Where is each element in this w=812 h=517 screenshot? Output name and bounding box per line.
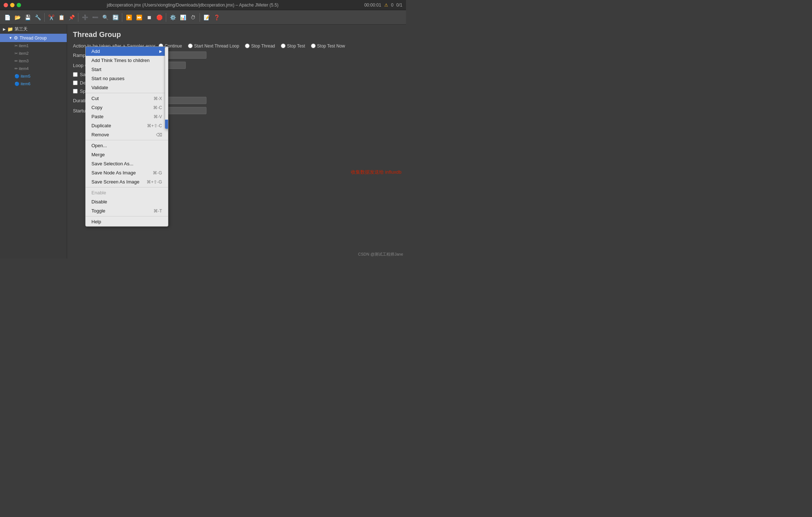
- list-icon[interactable]: 📝: [202, 13, 211, 22]
- open-icon[interactable]: 📂: [13, 13, 22, 22]
- expand-icon[interactable]: ➕: [81, 13, 89, 22]
- menu-duplicate[interactable]: Duplicate ⌘+⇧-C: [86, 121, 168, 130]
- menu-enable: Enable: [86, 188, 168, 197]
- reset-icon[interactable]: 🔄: [111, 13, 120, 22]
- help-icon[interactable]: 🔧: [33, 13, 42, 22]
- titlebar-right: 00:00:01 ⚠ 0 0/1: [364, 3, 402, 8]
- separator-4: [86, 216, 168, 216]
- window-controls[interactable]: [4, 3, 21, 7]
- menu-add-think-times[interactable]: Add Think Times to children: [86, 56, 168, 65]
- separator4: [166, 13, 166, 22]
- add-submenu: Sampler ▶ Logic Controller ▶ Pre Process…: [165, 47, 168, 129]
- collapse-icon[interactable]: ➖: [91, 13, 99, 22]
- annotation-text: 收集数据发送给 influxdb: [351, 169, 401, 175]
- save-icon[interactable]: 💾: [23, 13, 32, 22]
- context-menu: Add ▶ Add Think Times to children Start …: [85, 46, 168, 227]
- menu-help[interactable]: Help: [86, 217, 168, 226]
- run-icon[interactable]: ▶️: [124, 13, 133, 22]
- menu-open[interactable]: Open...: [86, 141, 168, 150]
- footer: CSDN @测试工程师Jane: [358, 252, 403, 257]
- radio-stop-test-now[interactable]: Stop Test Now: [311, 44, 345, 49]
- submenu-assertions[interactable]: Assertions ▶: [165, 83, 168, 92]
- menu-save-selection[interactable]: Save Selection As...: [86, 159, 168, 168]
- gear-icon: ⚙: [14, 35, 18, 41]
- tree-item-3[interactable]: ✏ item3: [0, 57, 67, 65]
- separator2: [78, 13, 78, 22]
- tree-item-1[interactable]: ✂ item1: [0, 42, 67, 50]
- menu-save-node-image[interactable]: Save Node As Image ⌘-G: [86, 168, 168, 177]
- graph-icon[interactable]: 📊: [179, 13, 187, 22]
- separator: [44, 13, 45, 22]
- menu-copy[interactable]: Copy ⌘-C: [86, 103, 168, 112]
- submenu-config-element[interactable]: Config Element ▶: [165, 111, 168, 120]
- warning-icon: ⚠: [384, 3, 388, 8]
- cut-icon[interactable]: ✂️: [47, 13, 56, 22]
- radio-next-thread-loop[interactable]: Start Next Thread Loop: [188, 44, 239, 49]
- separator5: [200, 13, 200, 22]
- submenu-post-processors[interactable]: Post Processors ▶: [165, 74, 168, 83]
- error-count: 0: [391, 3, 394, 8]
- submenu-logic-controller[interactable]: Logic Controller ▶: [165, 56, 168, 65]
- menu-add[interactable]: Add ▶: [86, 47, 168, 56]
- thread-group-label: Thread Group: [20, 36, 47, 41]
- submenu-timer[interactable]: Timer ▶: [165, 92, 168, 102]
- panel-title: Thread Group: [73, 30, 400, 39]
- right-panel: Thread Group Action to be taken after a …: [67, 25, 406, 258]
- separator-1: [86, 93, 168, 93]
- menu-merge[interactable]: Merge: [86, 150, 168, 159]
- separator-2: [86, 140, 168, 140]
- menu-toggle[interactable]: Toggle ⌘-T: [86, 206, 168, 215]
- separator-3: [86, 187, 168, 187]
- window-title: jdbcoperation.jmx (/Users/xiongting/Down…: [21, 3, 364, 8]
- menu-start-no-pauses[interactable]: Start no pauses: [86, 74, 168, 83]
- timer-display: 00:00:01: [364, 3, 381, 8]
- browse-icon[interactable]: 🔍: [101, 13, 110, 22]
- left-panel: ▶ 📁 第三天 ▼ ⚙ Thread Group ✂ item1 ✂ item2…: [0, 25, 67, 258]
- tree-item-2[interactable]: ✂ item2: [0, 50, 67, 57]
- specify-thread-checkbox[interactable]: [73, 89, 78, 94]
- delay-thread-checkbox[interactable]: [73, 80, 78, 85]
- titlebar: jdbcoperation.jmx (/Users/xiongting/Down…: [0, 0, 406, 10]
- thread-count: 0/1: [396, 3, 402, 8]
- tree-item-root[interactable]: ▶ 📁 第三天: [0, 25, 67, 34]
- radio-stop-test[interactable]: Stop Test: [281, 44, 305, 49]
- tree-arrow2: ▼: [9, 36, 12, 40]
- main-container: ▶ 📁 第三天 ▼ ⚙ Thread Group ✂ item1 ✂ item2…: [0, 25, 406, 258]
- separator3: [122, 13, 122, 22]
- submenu-pre-processors[interactable]: Pre Processors ▶: [165, 65, 168, 74]
- submenu-test-fragment[interactable]: Test Fragment ▶: [165, 102, 168, 111]
- submenu-sampler[interactable]: Sampler ▶: [165, 47, 168, 56]
- toolbar: 📄 📂 💾 🔧 ✂️ 📋 📌 ➕ ➖ 🔍 🔄 ▶️ ⏩ ⏹ 🛑 ⚙️ 📊 ⏱ 📝…: [0, 10, 406, 25]
- tree-item-4[interactable]: ✏ item4: [0, 65, 67, 73]
- new-icon[interactable]: 📄: [3, 13, 12, 22]
- radio-group: Continue Start Next Thread Loop Stop Thr…: [159, 44, 345, 49]
- menu-cut[interactable]: Cut ⌘-X: [86, 94, 168, 103]
- tree-item-label: 第三天: [15, 26, 28, 32]
- tree-item-5[interactable]: 🔵 item5: [0, 73, 67, 80]
- folder-icon: 📁: [7, 26, 13, 32]
- shutdown-icon[interactable]: 🛑: [155, 13, 164, 22]
- run-no-pause-icon[interactable]: ⏩: [135, 13, 143, 22]
- question-icon[interactable]: ❓: [212, 13, 221, 22]
- menu-save-screen-image[interactable]: Save Screen As Image ⌘+⇧-G: [86, 177, 168, 186]
- tree-item-6[interactable]: 🔵 item6: [0, 80, 67, 88]
- tree-item-thread-group[interactable]: ▼ ⚙ Thread Group: [0, 34, 67, 42]
- menu-start[interactable]: Start: [86, 65, 168, 74]
- submenu-listener[interactable]: Listener ▶: [165, 120, 168, 129]
- menu-disable[interactable]: Disable: [86, 197, 168, 206]
- timer-icon[interactable]: ⏱: [189, 13, 197, 22]
- stop-icon[interactable]: ⏹: [145, 13, 153, 22]
- menu-remove[interactable]: Remove ⌫: [86, 130, 168, 139]
- tree-arrow: ▶: [3, 27, 6, 31]
- same-user-checkbox[interactable]: [73, 72, 78, 77]
- close-button[interactable]: [4, 3, 8, 7]
- menu-paste[interactable]: Paste ⌘-V: [86, 112, 168, 121]
- copy-icon[interactable]: 📋: [57, 13, 66, 22]
- paste-icon[interactable]: 📌: [67, 13, 76, 22]
- submenu-arrow: ▶: [159, 49, 162, 53]
- radio-stop-thread[interactable]: Stop Thread: [245, 44, 275, 49]
- minimize-button[interactable]: [10, 3, 15, 7]
- settings-icon[interactable]: ⚙️: [168, 13, 177, 22]
- maximize-button[interactable]: [17, 3, 21, 7]
- menu-validate[interactable]: Validate: [86, 83, 168, 92]
